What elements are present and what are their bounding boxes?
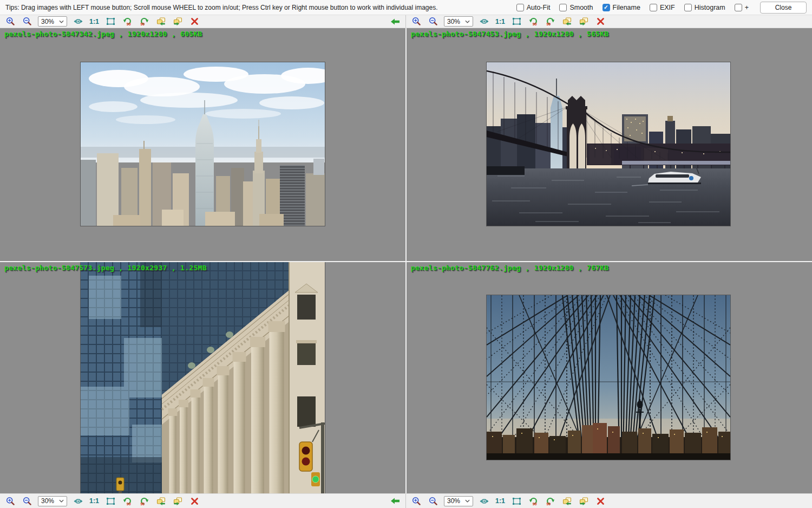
fit-window-button[interactable] [104, 496, 116, 506]
copy-image-right-button[interactable] [578, 496, 590, 506]
pane-toolbar-top-left: 30% 1:1 [0, 15, 405, 28]
compare-images-window: Tips: Drag images with LEFT mouse button… [0, 0, 812, 508]
rotate-left-button[interactable] [527, 16, 539, 27]
checkbox-histogram[interactable]: Histogram [684, 4, 725, 11]
smooth-checkbox-box [559, 4, 567, 11]
zoom-out-button[interactable] [427, 16, 439, 27]
tips-text: Tips: Drag images with LEFT mouse button… [5, 4, 438, 11]
filename-label: pexels-photo-5847342.jpeg , 1920x1280 , … [4, 30, 202, 38]
filename-checkbox-box [603, 4, 610, 11]
actual-size-button[interactable]: 1:1 [89, 497, 100, 505]
checkbox-auto-fit[interactable]: Auto-Fit [516, 4, 551, 11]
swap-left-button[interactable] [389, 496, 401, 506]
photo-columns-facade[interactable] [81, 262, 325, 493]
zoom-out-button[interactable] [21, 16, 33, 27]
chevron-down-icon [465, 20, 470, 23]
fit-window-button[interactable] [510, 496, 522, 506]
compare-grid: pexels-photo-5847342.jpeg , 1920x1280 , … [0, 28, 812, 493]
view-options: Auto-Fit Smooth Filename EXIF Histogram … [516, 2, 807, 14]
checkbox-smooth[interactable]: Smooth [559, 4, 593, 11]
photo-manhattan-aerial[interactable] [81, 62, 325, 226]
top-toolbar-row: 30% 1:1 30% 1:1 [0, 15, 812, 28]
pane-bottom-right: pexels-photo-5847762.jpeg , 1920x1280 , … [407, 262, 812, 493]
checkbox-plus[interactable]: + [735, 4, 749, 11]
remove-image-button[interactable] [594, 16, 606, 27]
close-button[interactable]: Close [760, 2, 807, 14]
rotate-left-button[interactable] [121, 16, 133, 27]
pan-button[interactable] [478, 16, 490, 27]
copy-image-left-button[interactable] [561, 16, 573, 27]
rotate-right-button[interactable] [544, 496, 556, 506]
copy-image-left-button[interactable] [561, 496, 573, 506]
actual-size-button[interactable]: 1:1 [495, 497, 506, 505]
checkbox-exif[interactable]: EXIF [650, 4, 675, 11]
zoom-level-select[interactable]: 30% [38, 496, 67, 506]
fit-window-button[interactable] [510, 16, 522, 27]
rotate-left-button[interactable] [121, 496, 133, 506]
photo-brooklyn-bridge-dusk[interactable] [487, 62, 730, 226]
histogram-checkbox-box [684, 4, 692, 11]
remove-image-button[interactable] [594, 496, 606, 506]
pane-toolbar-top-right: 30% 1:1 [405, 15, 812, 28]
checkbox-filename[interactable]: Filename [603, 4, 640, 11]
rotate-right-button[interactable] [138, 496, 150, 506]
pane-toolbar-bottom-right: 30% 1:1 [405, 494, 812, 508]
pane-toolbar-bottom-left: 30% 1:1 [0, 494, 405, 508]
pane-top-right: pexels-photo-5847453.jpeg , 1920x1280 , … [407, 28, 812, 261]
filename-label: pexels-photo-5847762.jpeg , 1920x1280 , … [411, 264, 609, 272]
actual-size-button[interactable]: 1:1 [495, 18, 506, 25]
remove-image-button[interactable] [188, 16, 200, 27]
zoom-out-button[interactable] [427, 496, 439, 506]
filename-label: pexels-photo-5847573.jpeg , 1920x2937 , … [4, 264, 207, 272]
plus-checkbox-box [735, 4, 742, 11]
pane-bottom-left: pexels-photo-5847573.jpeg , 1920x2937 , … [0, 262, 405, 493]
pan-button[interactable] [72, 16, 84, 27]
swap-left-button[interactable] [389, 16, 401, 27]
remove-image-button[interactable] [188, 496, 200, 506]
pan-button[interactable] [478, 496, 490, 506]
exif-checkbox-box [650, 4, 657, 11]
copy-image-left-button[interactable] [155, 16, 167, 27]
zoom-level-select[interactable]: 30% [38, 16, 67, 27]
rotate-right-button[interactable] [138, 16, 150, 27]
rotate-right-button[interactable] [544, 16, 556, 27]
actual-size-button[interactable]: 1:1 [89, 18, 100, 25]
tips-bar: Tips: Drag images with LEFT mouse button… [0, 0, 812, 15]
chevron-down-icon [465, 499, 470, 503]
zoom-level-select[interactable]: 30% [444, 16, 473, 27]
copy-image-right-button[interactable] [172, 16, 184, 27]
fit-window-button[interactable] [104, 16, 116, 27]
copy-image-left-button[interactable] [155, 496, 167, 506]
pan-button[interactable] [72, 496, 84, 506]
zoom-in-button[interactable] [410, 16, 422, 27]
photo-bridge-cables[interactable] [487, 295, 730, 460]
zoom-in-button[interactable] [4, 496, 16, 506]
copy-image-right-button[interactable] [578, 16, 590, 27]
chevron-down-icon [59, 499, 64, 503]
zoom-in-button[interactable] [410, 496, 422, 506]
chevron-down-icon [59, 20, 64, 23]
filename-label: pexels-photo-5847453.jpeg , 1920x1280 , … [411, 30, 609, 38]
pane-top-left: pexels-photo-5847342.jpeg , 1920x1280 , … [0, 28, 405, 261]
zoom-in-button[interactable] [4, 16, 16, 27]
rotate-left-button[interactable] [527, 496, 539, 506]
auto-fit-checkbox-box [516, 4, 524, 11]
bottom-toolbar-row: 30% 1:1 30% 1:1 [0, 493, 812, 508]
zoom-level-select[interactable]: 30% [444, 496, 473, 506]
copy-image-right-button[interactable] [172, 496, 184, 506]
zoom-out-button[interactable] [21, 496, 33, 506]
